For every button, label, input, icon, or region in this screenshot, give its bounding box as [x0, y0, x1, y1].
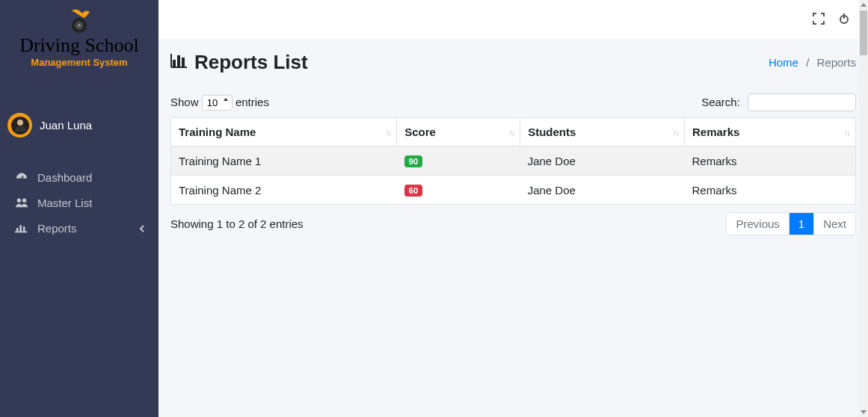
chevron-left-icon — [139, 222, 145, 235]
svg-point-4 — [17, 199, 21, 203]
length-suffix: entries — [236, 96, 269, 108]
th-students[interactable]: Students↑↓ — [520, 118, 685, 146]
sidebar-item-reports[interactable]: Reports — [6, 215, 153, 241]
table-row: Training Name 260Jane DoeRemarks — [171, 176, 856, 205]
power-icon[interactable] — [838, 13, 850, 28]
content-header: Reports List Home / Reports — [158, 40, 868, 81]
brand-logo — [64, 6, 94, 36]
breadcrumb: Home / Reports — [769, 56, 856, 69]
svg-rect-8 — [23, 226, 25, 232]
cell-training: Training Name 1 — [171, 146, 397, 176]
user-panel[interactable]: Juan Luna — [0, 105, 158, 145]
scroll-thumb[interactable] — [860, 10, 867, 55]
cell-training: Training Name 2 — [171, 176, 397, 205]
sort-icon: ↑↓ — [508, 128, 514, 137]
brand-subtitle: Management System — [31, 57, 127, 68]
cell-score: 90 — [397, 146, 520, 176]
page-title-text: Reports List — [194, 51, 308, 74]
reports-table: Training Name↑↓ Score↑↓ Students↑↓ Remar… — [170, 117, 856, 205]
svg-rect-14 — [182, 58, 185, 67]
breadcrumb-sep: / — [806, 56, 809, 69]
page-title: Reports List — [170, 51, 308, 74]
pagination: Previous 1 Next — [726, 212, 856, 235]
cell-score: 60 — [397, 176, 520, 205]
sidebar-item-master-list[interactable]: Master List — [6, 190, 153, 215]
bar-chart-icon — [13, 221, 30, 235]
scroll-down-arrow-icon[interactable] — [861, 410, 867, 414]
svg-rect-12 — [173, 60, 176, 67]
breadcrumb-home[interactable]: Home — [769, 56, 798, 69]
fullscreen-icon[interactable] — [813, 13, 825, 28]
user-name: Juan Luna — [40, 119, 92, 132]
svg-rect-13 — [177, 55, 180, 67]
sidebar: Driving School Management System Juan Lu… — [0, 0, 158, 417]
sort-icon: ↑↓ — [385, 128, 390, 137]
reports-card: Show 10 entries Search: Training Name↑↓ … — [158, 81, 868, 240]
cell-students: Jane Doe — [520, 176, 685, 205]
scroll-up-arrow-icon[interactable] — [861, 3, 867, 7]
score-badge: 60 — [404, 185, 422, 197]
sidebar-item-label: Dashboard — [37, 171, 92, 184]
sidebar-item-dashboard[interactable]: Dashboard — [6, 164, 153, 190]
users-icon — [13, 196, 30, 209]
vertical-scrollbar[interactable] — [859, 0, 868, 417]
cell-remarks: Remarks — [684, 146, 855, 176]
search-input[interactable] — [748, 93, 856, 111]
brand-title: Driving School — [19, 36, 139, 55]
sidebar-item-label: Reports — [37, 222, 77, 235]
table-length: Show 10 entries — [170, 95, 269, 111]
th-training[interactable]: Training Name↑↓ — [171, 118, 397, 146]
svg-rect-7 — [19, 225, 22, 232]
length-prefix: Show — [170, 96, 199, 108]
cell-students: Jane Doe — [520, 146, 685, 176]
table-search: Search: — [701, 93, 856, 111]
pagination-page-1[interactable]: 1 — [789, 213, 813, 235]
score-badge: 90 — [404, 155, 422, 167]
dashboard-icon — [13, 170, 30, 184]
sidebar-nav: Dashboard Master List Reports — [0, 158, 158, 247]
sort-icon: ↑↓ — [673, 128, 678, 137]
pagination-next[interactable]: Next — [813, 213, 855, 235]
main-content: Reports List Home / Reports Show 10 entr… — [158, 0, 868, 417]
th-remarks[interactable]: Remarks↑↓ — [684, 118, 855, 146]
length-select[interactable]: 10 — [202, 95, 233, 111]
brand: Driving School Management System — [0, 0, 158, 79]
pagination-prev[interactable]: Previous — [727, 213, 788, 235]
breadcrumb-current: Reports — [816, 56, 856, 69]
svg-point-5 — [22, 199, 26, 203]
avatar — [7, 113, 32, 138]
svg-point-2 — [78, 24, 81, 27]
th-score[interactable]: Score↑↓ — [397, 118, 520, 146]
sidebar-item-label: Master List — [37, 197, 92, 209]
table-info: Showing 1 to 2 of 2 entries — [170, 217, 304, 230]
search-label: Search: — [701, 96, 740, 108]
table-row: Training Name 190Jane DoeRemarks — [171, 146, 856, 176]
sort-icon: ↑↓ — [844, 128, 849, 137]
table-controls: Show 10 entries Search: — [170, 93, 856, 111]
cell-remarks: Remarks — [684, 176, 855, 205]
topbar — [158, 0, 868, 40]
bar-chart-icon — [170, 51, 188, 74]
table-footer: Showing 1 to 2 of 2 entries Previous 1 N… — [170, 212, 856, 235]
